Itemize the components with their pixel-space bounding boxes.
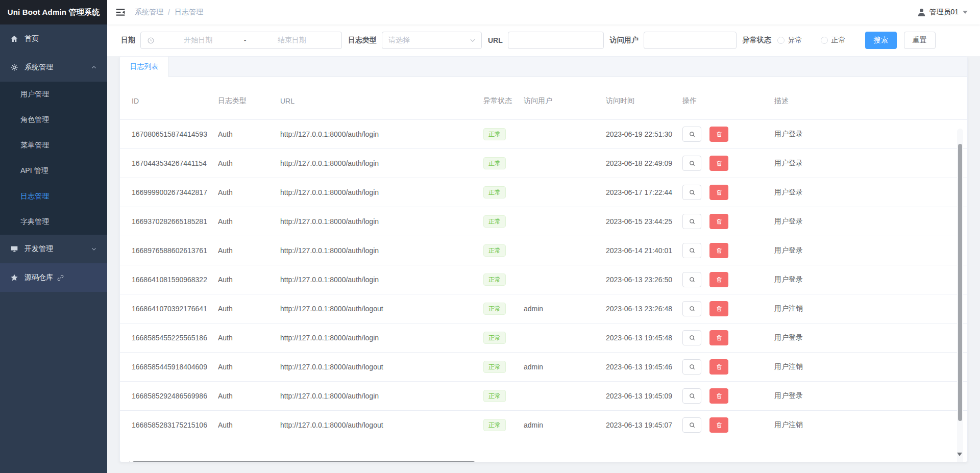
view-log-button[interactable] xyxy=(682,214,701,229)
cell-url: http://127.0.0.1:8000/auth/logout xyxy=(280,421,483,429)
cell-log-type: Auth xyxy=(218,217,280,226)
cell-description: 用户注销 xyxy=(774,420,967,430)
cell-status: 正常 xyxy=(483,303,524,315)
cell-url: http://127.0.0.1:8000/auth/login xyxy=(280,217,483,226)
cell-url: http://127.0.0.1:8000/auth/logout xyxy=(280,305,483,313)
view-log-button[interactable] xyxy=(682,272,701,287)
cell-status: 正常 xyxy=(483,390,524,402)
sidebar-item-menu-mgmt[interactable]: 菜单管理 xyxy=(0,133,107,158)
column-header-time: 访问时间 xyxy=(606,96,682,106)
delete-log-button[interactable] xyxy=(709,417,728,433)
sidebar-item-label: 首页 xyxy=(24,34,39,43)
delete-log-button[interactable] xyxy=(709,156,728,171)
view-log-button[interactable] xyxy=(682,185,701,200)
log-list-card: 日志列表 ID 日志类型 URL 异常状态 访问用户 访问时间 操作 描述 16… xyxy=(119,56,968,462)
reset-button[interactable]: 重置 xyxy=(904,32,936,49)
visit-user-input[interactable] xyxy=(644,32,737,49)
view-log-button[interactable] xyxy=(682,359,701,375)
url-label: URL xyxy=(488,36,503,44)
cell-id: 1668641070392176641 xyxy=(120,305,218,313)
table-area: ID 日志类型 URL 异常状态 访问用户 访问时间 操作 描述 1670806… xyxy=(120,78,967,462)
sidebar-item-dict-mgmt[interactable]: 字典管理 xyxy=(0,209,107,235)
delete-log-button[interactable] xyxy=(709,301,728,316)
sidebar-item-log-mgmt[interactable]: 日志管理 xyxy=(0,184,107,209)
date-label: 日期 xyxy=(121,36,135,45)
sidebar-item-role-mgmt[interactable]: 角色管理 xyxy=(0,107,107,133)
delete-log-button[interactable] xyxy=(709,388,728,404)
column-header-desc: 描述 xyxy=(774,96,967,106)
search-button[interactable]: 搜索 xyxy=(865,32,897,49)
cell-description: 用户登录 xyxy=(774,217,967,226)
sidebar-item-system[interactable]: 系统管理 xyxy=(0,53,107,82)
cell-visit-time: 2023-06-13 19:45:46 xyxy=(606,363,682,371)
sidebar-item-home[interactable]: 首页 xyxy=(0,24,107,53)
view-log-button[interactable] xyxy=(682,301,701,316)
delete-log-button[interactable] xyxy=(709,243,728,258)
breadcrumb-system[interactable]: 系统管理 xyxy=(135,8,163,17)
status-badge: 正常 xyxy=(483,273,506,286)
cell-operations xyxy=(682,214,774,229)
top-navbar: 系统管理 / 日志管理 管理员01 xyxy=(107,0,980,24)
status-badge: 正常 xyxy=(483,361,506,373)
cell-description: 用户登录 xyxy=(774,159,967,168)
status-badge: 正常 xyxy=(483,390,506,402)
cell-id: 1668641081590968322 xyxy=(120,276,218,284)
cell-log-type: Auth xyxy=(218,421,280,429)
scroll-right-arrow-icon[interactable] xyxy=(947,462,950,462)
cell-url: http://127.0.0.1:8000/auth/login xyxy=(280,246,483,255)
view-log-button[interactable] xyxy=(682,388,701,404)
cell-log-type: Auth xyxy=(218,246,280,255)
cell-description: 用户登录 xyxy=(774,391,967,401)
url-input[interactable] xyxy=(508,32,604,49)
delete-log-button[interactable] xyxy=(709,127,728,142)
cell-url: http://127.0.0.1:8000/auth/logout xyxy=(280,363,483,371)
cell-log-type: Auth xyxy=(218,188,280,196)
radio-normal[interactable]: 正常 xyxy=(821,36,846,45)
user-menu[interactable]: 管理员01 xyxy=(917,8,968,17)
horizontal-scrollbar-thumb[interactable] xyxy=(132,461,475,462)
select-placeholder: 请选择 xyxy=(388,36,469,45)
cell-visit-time: 2023-06-13 19:45:07 xyxy=(606,421,682,429)
scroll-down-arrow-icon[interactable] xyxy=(957,453,962,456)
vertical-scrollbar-thumb[interactable] xyxy=(958,144,962,421)
column-header-url: URL xyxy=(280,97,483,105)
tab-log-list[interactable]: 日志列表 xyxy=(120,57,169,77)
log-type-select[interactable]: 请选择 xyxy=(382,32,482,49)
view-log-button[interactable] xyxy=(682,243,701,258)
cell-operations xyxy=(682,127,774,142)
delete-log-button[interactable] xyxy=(709,272,728,287)
chevron-up-icon xyxy=(91,64,97,70)
delete-log-button[interactable] xyxy=(709,185,728,200)
cell-description: 用户登录 xyxy=(774,333,967,342)
sidebar-item-dev[interactable]: 开发管理 xyxy=(0,235,107,263)
cell-operations xyxy=(682,185,774,200)
cell-id: 1668585445918404609 xyxy=(120,363,218,371)
cell-log-type: Auth xyxy=(218,363,280,371)
date-range-picker[interactable]: 开始日期 - 结束日期 xyxy=(140,32,342,49)
sidebar-fold-icon[interactable] xyxy=(115,7,126,17)
table-row: 1669999002673442817 Auth http://127.0.0.… xyxy=(120,178,967,207)
status-badge: 正常 xyxy=(483,186,506,198)
cell-id: 1670443534267441154 xyxy=(120,159,218,167)
radio-abnormal[interactable]: 异常 xyxy=(777,36,802,45)
view-log-button[interactable] xyxy=(682,127,701,142)
view-log-button[interactable] xyxy=(682,156,701,171)
cell-visit-time: 2023-06-13 23:26:48 xyxy=(606,305,682,313)
cell-visit-user: admin xyxy=(524,363,606,371)
sidebar-item-api-mgmt[interactable]: API 管理 xyxy=(0,158,107,184)
view-log-button[interactable] xyxy=(682,330,701,345)
cell-url: http://127.0.0.1:8000/auth/login xyxy=(280,188,483,196)
monitor-icon xyxy=(10,245,18,253)
scroll-left-arrow-icon[interactable] xyxy=(127,461,130,462)
delete-log-button[interactable] xyxy=(709,330,728,345)
status-label: 异常状态 xyxy=(743,36,771,45)
cell-operations xyxy=(682,243,774,258)
delete-log-button[interactable] xyxy=(709,359,728,375)
delete-log-button[interactable] xyxy=(709,214,728,229)
sidebar-item-user-mgmt[interactable]: 用户管理 xyxy=(0,82,107,107)
visit-user-label: 访问用户 xyxy=(610,36,639,45)
sidebar-item-repo[interactable]: 源码仓库 xyxy=(0,263,107,292)
view-log-button[interactable] xyxy=(682,417,701,433)
chevron-down-icon xyxy=(469,37,476,44)
cell-operations xyxy=(682,388,774,404)
